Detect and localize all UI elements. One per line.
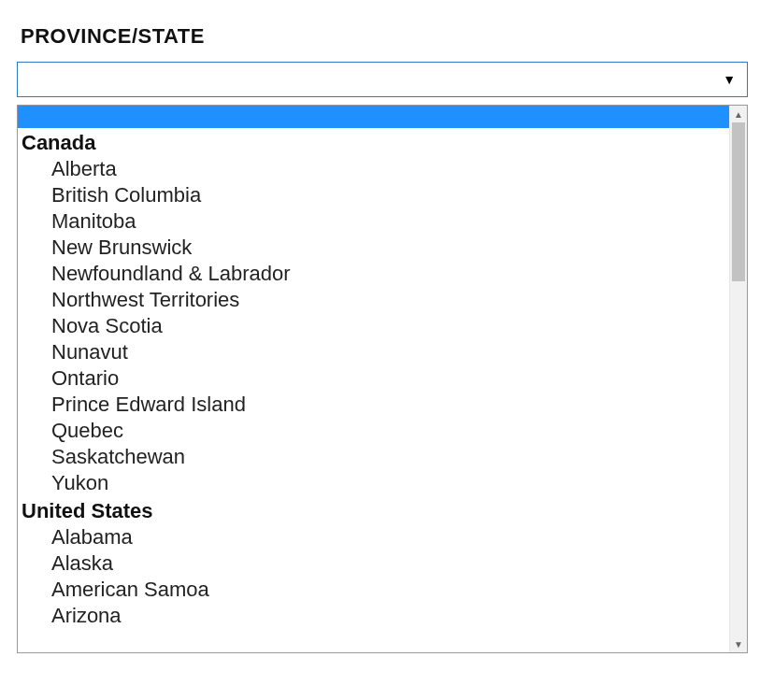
dropdown-option[interactable]: Nunavut [18, 339, 729, 365]
dropdown-highlight[interactable] [18, 106, 729, 128]
dropdown-option[interactable]: Newfoundland & Labrador [18, 261, 729, 287]
dropdown-scrollbar[interactable]: ▲ ▼ [729, 106, 747, 652]
chevron-down-icon: ▼ [723, 72, 736, 87]
dropdown-option[interactable]: Quebec [18, 418, 729, 444]
field-label: PROVINCE/STATE [21, 24, 757, 49]
province-state-select[interactable]: ▼ [17, 62, 748, 97]
dropdown-option[interactable]: Alabama [18, 524, 729, 550]
dropdown-option[interactable]: Northwest Territories [18, 287, 729, 313]
dropdown-option[interactable]: British Columbia [18, 182, 729, 208]
dropdown-option[interactable]: Prince Edward Island [18, 392, 729, 418]
dropdown-option[interactable]: Ontario [18, 365, 729, 392]
dropdown-option[interactable]: Alberta [18, 156, 729, 182]
dropdown-option[interactable]: New Brunswick [18, 235, 729, 261]
scroll-up-icon[interactable]: ▲ [730, 106, 747, 122]
scrollbar-thumb[interactable] [732, 122, 745, 281]
province-state-dropdown[interactable]: CanadaAlbertaBritish ColumbiaManitobaNew… [17, 105, 748, 653]
dropdown-options-area: CanadaAlbertaBritish ColumbiaManitobaNew… [18, 106, 729, 652]
dropdown-option[interactable]: Yukon [18, 470, 729, 496]
optgroup-label: United States [18, 496, 729, 524]
dropdown-option[interactable]: Nova Scotia [18, 313, 729, 339]
dropdown-option[interactable]: Manitoba [18, 208, 729, 235]
scroll-down-icon[interactable]: ▼ [730, 636, 747, 652]
dropdown-option[interactable]: Alaska [18, 550, 729, 577]
dropdown-option[interactable]: Saskatchewan [18, 444, 729, 470]
dropdown-option[interactable]: Arizona [18, 603, 729, 629]
optgroup-label: Canada [18, 128, 729, 156]
dropdown-option[interactable]: American Samoa [18, 577, 729, 603]
